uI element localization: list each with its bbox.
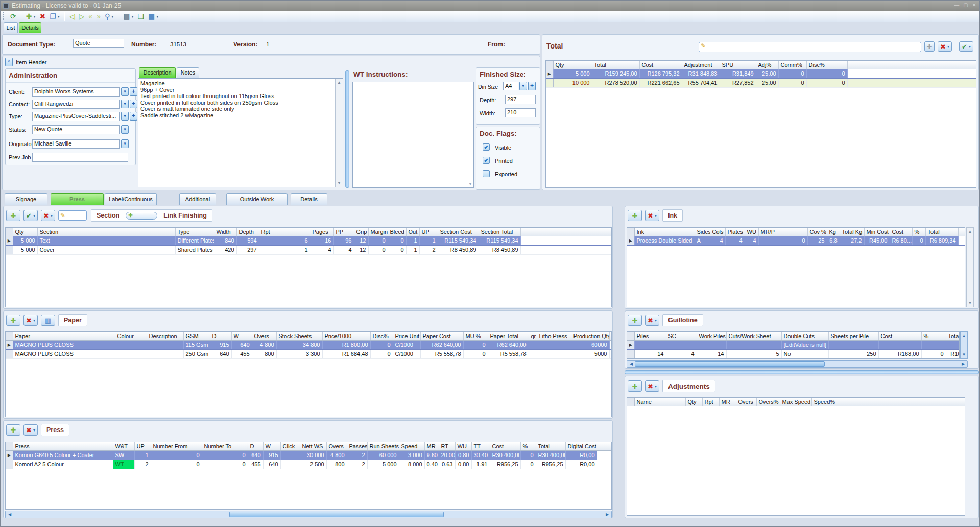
grid-cell[interactable]: 297 bbox=[236, 245, 259, 254]
table-row[interactable]: MAGNO PLUS GLOSS250 Gsm6404558003 300R1 … bbox=[6, 349, 611, 358]
column-header--[interactable]: % bbox=[921, 332, 946, 340]
grid-cell[interactable]: 455 bbox=[248, 460, 263, 469]
paper-grid[interactable]: PaperColourDescriptionGSMDWOversStock Sh… bbox=[5, 331, 612, 417]
grid-cell[interactable]: 0 bbox=[520, 460, 536, 469]
status-input[interactable]: New Quote bbox=[32, 125, 120, 134]
grid-cell[interactable]: 0 bbox=[921, 349, 946, 358]
grid-cell[interactable]: 0.40 bbox=[424, 460, 439, 469]
column-header-plates[interactable]: Plates bbox=[725, 228, 745, 236]
grid-cell[interactable]: C/1000 bbox=[393, 349, 420, 358]
section-edit-input[interactable]: ✎ bbox=[58, 210, 87, 221]
guillotine-horizontal-scrollbar[interactable]: ◀ ▶ bbox=[627, 360, 968, 368]
scroll-right-icon[interactable]: ▶ bbox=[604, 511, 611, 518]
tab-outside-work[interactable]: Outside Work bbox=[226, 193, 288, 205]
grid-cell[interactable]: MAGNO PLUS GLOSS bbox=[13, 340, 115, 349]
grid-cell[interactable]: 640 bbox=[248, 450, 263, 460]
guillotine-adjustments-splitter[interactable] bbox=[625, 370, 979, 374]
scrollbar-thumb[interactable] bbox=[635, 361, 825, 367]
grid-cell[interactable]: 455 bbox=[231, 349, 252, 358]
tab-notes[interactable]: Notes bbox=[177, 67, 199, 78]
grid-cell[interactable] bbox=[726, 340, 781, 349]
chevron-down-icon[interactable]: ▾ bbox=[655, 318, 657, 323]
guillotine-add-button[interactable]: ✚ bbox=[628, 315, 642, 326]
column-header-spu[interactable]: SPU bbox=[720, 61, 756, 69]
grid-cell[interactable]: R30 400,00 bbox=[490, 450, 520, 460]
grid-cell[interactable]: C/1000 bbox=[393, 340, 420, 349]
delete-button[interactable]: ✖ bbox=[37, 11, 47, 21]
grid-cell[interactable]: 0.63 bbox=[439, 460, 455, 469]
section-grid[interactable]: QtySectionTypeWidthDepthRptPagesPPGripMa… bbox=[5, 227, 612, 307]
section-confirm-button[interactable]: ✔▾ bbox=[23, 210, 38, 221]
grid-cell[interactable]: 14 bbox=[697, 349, 726, 358]
column-header-price-1000[interactable]: Price/1000 bbox=[322, 332, 370, 340]
scroll-down-icon[interactable]: ▼ bbox=[468, 182, 472, 186]
grid-cell[interactable]: Komori G640 5 Colour + Coater bbox=[13, 450, 113, 460]
column-header-mr[interactable]: MR bbox=[719, 398, 736, 406]
column-header-paper-cost[interactable]: Paper Cost bbox=[420, 332, 463, 340]
grid-cell[interactable]: 3 300 bbox=[276, 349, 322, 358]
grid-cell[interactable]: R62 640,00 bbox=[420, 340, 463, 349]
grid-cell[interactable]: 6.8 bbox=[827, 236, 840, 245]
flag-visible[interactable]: Visible bbox=[476, 143, 540, 152]
grid-cell[interactable]: Shared Plates bbox=[175, 245, 214, 254]
grid-cell[interactable]: 1 bbox=[134, 450, 151, 460]
section-delete-button[interactable]: ✖▾ bbox=[41, 210, 55, 221]
link-finishing-add-button[interactable]: ✚ bbox=[126, 212, 157, 220]
client-add-button[interactable]: + bbox=[130, 87, 137, 96]
chevron-down-icon[interactable]: ▾ bbox=[58, 14, 60, 19]
column-header-out[interactable]: Out bbox=[406, 228, 419, 236]
din-size-input[interactable]: A4 bbox=[503, 82, 518, 90]
collapse-button[interactable]: ^ bbox=[5, 58, 13, 66]
client-input[interactable]: Dolphin Worxs Systems bbox=[32, 87, 120, 97]
column-header-rt[interactable]: RT bbox=[439, 442, 455, 450]
grid-cell[interactable]: R31,849 bbox=[720, 69, 756, 78]
column-header-gsm[interactable]: GSM bbox=[183, 332, 210, 340]
column-header-wu[interactable]: WU bbox=[745, 228, 758, 236]
grid-cell[interactable]: 640 bbox=[231, 340, 252, 349]
column-header-colour[interactable]: Colour bbox=[115, 332, 147, 340]
column-header-pp[interactable]: PP bbox=[333, 228, 354, 236]
column-header-bleed[interactable]: Bleed bbox=[388, 228, 406, 236]
grid-cell[interactable] bbox=[115, 340, 147, 349]
grid-cell[interactable]: R159 245,00 bbox=[592, 69, 639, 78]
column-header-type[interactable]: Type bbox=[175, 228, 214, 236]
nav-first-button[interactable]: « bbox=[86, 11, 94, 21]
grid-cell[interactable]: R8 450,89 bbox=[479, 245, 520, 254]
grid-cell[interactable]: R126 795,32 bbox=[639, 69, 682, 78]
grid-cell[interactable]: 16 bbox=[310, 236, 333, 245]
grid-cell[interactable]: 5 bbox=[726, 349, 781, 358]
grid-cell[interactable]: 640 bbox=[210, 349, 231, 358]
description-wt-splitter[interactable] bbox=[345, 70, 349, 188]
scroll-up-icon[interactable]: ▲ bbox=[967, 229, 973, 234]
grid-cell[interactable]: 0 bbox=[463, 340, 488, 349]
section-add-button[interactable]: ✚ bbox=[6, 210, 20, 221]
scroll-right-icon[interactable]: ▶ bbox=[960, 361, 967, 367]
paper-delete-button[interactable]: ✖▾ bbox=[23, 315, 38, 326]
column-header-section-cost[interactable]: Section Cost bbox=[438, 228, 479, 236]
grid-cell[interactable]: R5 558,78 bbox=[488, 349, 529, 358]
chevron-down-icon[interactable]: ▾ bbox=[111, 14, 113, 19]
grid-cell[interactable]: 12 bbox=[354, 245, 368, 254]
grid-cell[interactable]: 3 000 bbox=[399, 450, 424, 460]
column-header-cuts-work-sheet[interactable]: Cuts/Work Sheet bbox=[726, 332, 781, 340]
visible-checkbox[interactable] bbox=[483, 143, 490, 151]
grid-cell[interactable]: 915 bbox=[210, 340, 231, 349]
originator-dropdown-button[interactable]: ▾ bbox=[121, 139, 129, 148]
scroll-left-icon[interactable]: ◀ bbox=[628, 361, 635, 367]
grid-cell[interactable]: 5 000 bbox=[13, 245, 37, 254]
grid-cell[interactable]: 1 bbox=[419, 236, 438, 245]
type-input[interactable]: Magazine-PlusCover-Saddlesti... bbox=[32, 112, 120, 121]
grid-cell[interactable]: 0 bbox=[912, 236, 925, 245]
grid-cell[interactable]: R168 bbox=[946, 349, 960, 358]
column-header-sc[interactable]: SC bbox=[666, 332, 697, 340]
column-header-w[interactable]: W bbox=[231, 332, 252, 340]
chevron-down-icon[interactable]: ▾ bbox=[51, 213, 53, 218]
column-header-paper-total[interactable]: Paper Total bbox=[488, 332, 529, 340]
grid-cell[interactable]: R278 520,00 bbox=[592, 78, 639, 87]
column-header-name[interactable]: Name bbox=[634, 398, 685, 406]
grid-cell[interactable]: 0 bbox=[202, 460, 248, 469]
tab-signage[interactable]: Signage bbox=[5, 193, 47, 205]
column-header-cost[interactable]: Cost bbox=[639, 61, 682, 69]
grid-cell[interactable]: 0 bbox=[368, 245, 388, 254]
grid-cell[interactable]: 4 bbox=[745, 236, 758, 245]
